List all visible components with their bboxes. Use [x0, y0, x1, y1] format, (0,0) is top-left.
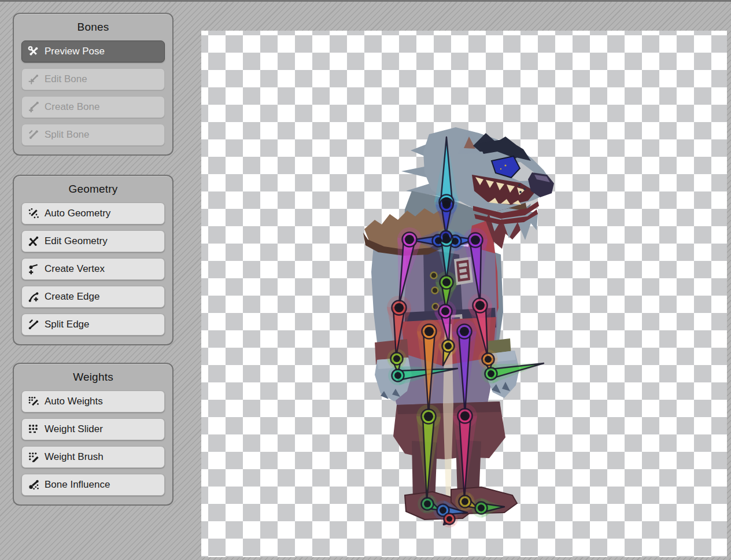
joint-wrist-right: [485, 356, 492, 363]
auto-geometry-button[interactable]: Auto Geometry: [21, 202, 165, 224]
auto-weights-icon: [28, 396, 39, 407]
create-bone-label: Create Bone: [45, 101, 99, 113]
weight-slider-icon: [28, 423, 39, 435]
joint-upper-arm-left: [405, 235, 414, 244]
bones-panel: Bones Preview Pose: [13, 13, 173, 156]
split-bone-button[interactable]: Split Bone: [21, 124, 165, 146]
preview-pose-button[interactable]: Preview Pose: [21, 40, 165, 62]
joint-shin-right: [460, 411, 470, 421]
joint-thigh-left: [424, 327, 434, 336]
joint-clavicle-right: [452, 238, 459, 245]
joint-shin-left: [424, 412, 433, 421]
joint-clavicle-left: [435, 237, 442, 244]
joint-foot-left: [424, 500, 431, 507]
bone-influence-button[interactable]: Bone Influence: [21, 474, 165, 496]
create-vertex-button[interactable]: Create Vertex: [21, 258, 165, 280]
split-edge-icon: [28, 319, 39, 330]
bone-influence-label: Bone Influence: [45, 479, 110, 491]
joint-hand-right: [488, 370, 494, 377]
preview-pose-icon: [28, 46, 39, 57]
joint-lower-spine: [442, 278, 451, 286]
create-edge-icon: [28, 291, 39, 303]
edit-geometry-icon: [28, 235, 39, 247]
joint-forearm-right: [475, 301, 485, 310]
skinning-canvas[interactable]: [201, 31, 727, 557]
weight-brush-button[interactable]: Weight Brush: [21, 446, 165, 468]
auto-weights-button[interactable]: Auto Weights: [21, 390, 165, 412]
edit-geometry-label: Edit Geometry: [45, 235, 108, 247]
weight-slider-button[interactable]: Weight Slider: [21, 418, 165, 440]
weights-panel: Weights Auto Weights: [13, 363, 173, 506]
split-bone-label: Split Bone: [45, 129, 90, 141]
joint-forearm-left: [394, 303, 404, 312]
joint-upper-arm-right: [471, 235, 480, 245]
auto-weights-label: Auto Weights: [45, 396, 103, 407]
edit-bone-button[interactable]: Edit Bone: [21, 68, 165, 90]
split-bone-icon: [28, 129, 39, 141]
create-vertex-label: Create Vertex: [45, 263, 105, 275]
bone-influence-icon: [28, 479, 39, 491]
joint-toe-tip-left: [446, 516, 452, 522]
create-bone-icon: [28, 101, 39, 113]
edit-bone-icon: [28, 73, 39, 85]
edit-bone-label: Edit Bone: [45, 73, 87, 85]
auto-geometry-icon: [28, 208, 39, 219]
weight-brush-label: Weight Brush: [45, 451, 104, 463]
edit-geometry-button[interactable]: Edit Geometry: [21, 230, 165, 252]
weights-panel-title: Weights: [14, 364, 172, 385]
preview-pose-label: Preview Pose: [45, 46, 105, 57]
joint-pelvis: [441, 307, 449, 315]
auto-geometry-label: Auto Geometry: [45, 208, 110, 219]
create-vertex-icon: [28, 263, 39, 275]
bones-panel-title: Bones: [14, 14, 172, 35]
window-top-strip: [0, 0, 731, 2]
joint-toe-right: [478, 504, 485, 511]
joint-wrist-left: [393, 355, 400, 362]
create-edge-button[interactable]: Create Edge: [21, 286, 165, 308]
geometry-panel: Geometry Auto Geometry: [13, 175, 173, 345]
joint-thigh-right: [460, 327, 469, 336]
joint-neck: [442, 201, 451, 209]
create-bone-button[interactable]: Create Bone: [21, 96, 165, 118]
split-edge-button[interactable]: Split Edge: [21, 314, 165, 336]
weight-brush-icon: [28, 451, 39, 463]
joint-tail: [445, 342, 452, 349]
joint-foot-right: [462, 498, 468, 505]
joint-toe-left: [440, 507, 446, 514]
geometry-panel-title: Geometry: [14, 176, 172, 197]
weight-slider-label: Weight Slider: [45, 423, 103, 435]
canvas-scene: [201, 31, 727, 557]
create-edge-label: Create Edge: [45, 291, 99, 303]
joint-hand-left: [394, 372, 401, 379]
split-edge-label: Split Edge: [45, 319, 90, 330]
